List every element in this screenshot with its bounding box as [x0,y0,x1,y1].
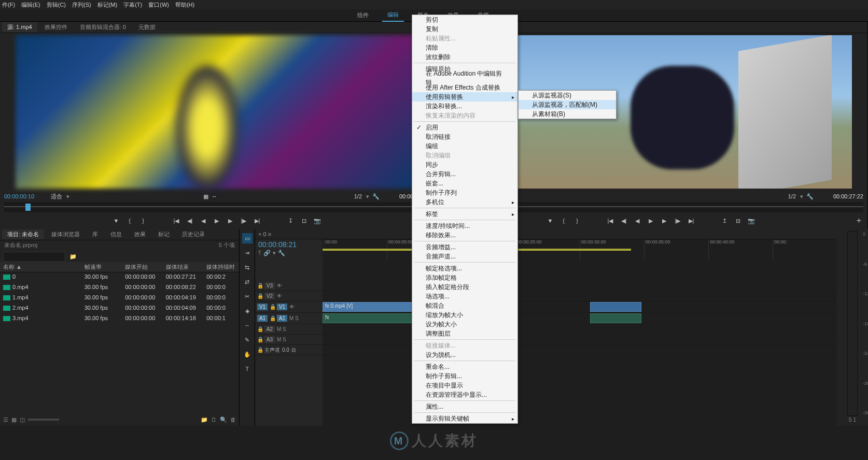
export-frame-icon[interactable]: 📷 [747,216,756,225]
context-menu-item[interactable]: 嵌套... [412,179,517,188]
context-menu-item[interactable]: 显示剪辑关键帧 [412,414,517,423]
context-menu-item[interactable]: 编组 [412,141,517,151]
mute-solo[interactable]: M S [277,326,286,332]
context-menu-item[interactable]: 音频增益... [412,242,517,252]
context-menu-item[interactable]: 重命名... [412,362,517,371]
context-menu-item[interactable]: 添加帧定格 [412,273,517,282]
out-point-icon[interactable]: } [572,216,582,225]
context-menu-item[interactable]: 调整图层 [412,329,517,338]
submenu-item[interactable]: 从源监视器(S) [519,91,616,100]
lock-icon[interactable]: 🔒 [257,283,262,289]
history-tab[interactable]: 历史记录 [177,229,210,239]
menu-help[interactable]: 帮助(H) [175,1,194,9]
context-menu-item[interactable]: 制作子序列 [412,188,517,197]
source-fit-dropdown[interactable]: 适合 [51,193,62,200]
goto-in-icon[interactable]: |◀ [606,216,615,225]
source-video-preview[interactable] [16,35,418,189]
lock-icon[interactable]: 🔒 [257,337,262,342]
new-item-icon[interactable]: 🗋 [211,416,217,423]
menu-clip[interactable]: 剪辑(C) [47,1,66,9]
export-frame-icon[interactable]: 📷 [313,216,322,225]
mute-solo[interactable]: M S [277,337,286,342]
pen-tool-icon[interactable]: ✎ [242,335,253,345]
main-val[interactable]: 0.0 [282,347,289,353]
step-back-frame-icon[interactable]: ◀ [199,216,208,225]
icon-view-icon[interactable]: ▦ [11,416,17,423]
source-tab-audio-mixer[interactable]: 音频剪辑混合器: 0 [75,22,131,32]
table-row[interactable]: 3.mp430.00 fps00:00:00:0000:00:14:1800:0… [0,314,239,324]
context-menu-item[interactable]: 移除效果... [412,231,517,240]
program-gear-icon[interactable]: 🔧 [806,193,814,200]
eye-icon[interactable]: 👁 [277,283,282,289]
collapse-icon[interactable]: ⊟ [291,347,296,353]
context-menu-item[interactable]: 设为脱机... [412,350,517,360]
context-menu-item[interactable]: 使用剪辑替换 [412,92,517,102]
marker-icon[interactable]: ▼ [111,216,121,225]
linked-selection-icon[interactable]: 🔗 [263,250,271,256]
table-row[interactable]: 0.mp430.00 fps00:00:00:0000:00:08:2200:0… [0,283,239,293]
context-menu-item[interactable]: 制作子剪辑... [412,371,517,381]
marker-icon[interactable]: ▼ [545,216,555,225]
context-menu-item[interactable]: 多机位 [412,197,517,207]
timeline-clip-v1[interactable]: fx 0.mp4 [V] [323,302,415,312]
source-tab-metadata[interactable]: 元数据 [133,22,161,32]
context-menu-item[interactable]: 渲染和替换... [412,102,517,111]
menu-sequence[interactable]: 序列(S) [72,1,91,9]
folder-icon[interactable]: 📁 [69,253,77,260]
timeline-clip-v1-2[interactable] [590,302,641,312]
info-tab[interactable]: 信息 [105,229,127,239]
marker-add-icon[interactable]: ▾ [273,250,276,256]
timeline-timecode[interactable]: 00:00:08:21 [255,239,322,250]
markers-tab[interactable]: 标记 [153,229,175,239]
context-menu-item[interactable]: 场选项... [412,292,517,301]
step-back-icon[interactable]: ◀| [619,216,628,225]
goto-out-icon[interactable]: ▶| [253,216,262,225]
ripple-edit-tool-icon[interactable]: ⇆ [242,262,253,272]
timeline-ruler[interactable]: :00:0000:00:05:0000:00:25:0000:00:30:000… [323,239,837,260]
in-point-icon[interactable]: { [559,216,568,225]
program-zoom-dropdown[interactable]: 1/2 [788,193,796,199]
track-content[interactable]: fx 0.mp4 [V] fx [323,260,837,426]
source-tab-clip[interactable]: 源: 1.mp4 [2,22,37,32]
eye-icon[interactable]: 👁 [289,304,295,310]
context-menu-item[interactable]: 插入帧定格分段 [412,282,517,292]
track-a1[interactable]: A1 [277,315,287,322]
source-tab-effect-controls[interactable]: 效果控件 [39,22,73,32]
col-media-end[interactable]: 媒体结束 [163,262,204,272]
slip-tool-icon[interactable]: ↔ [242,320,253,330]
timeline-clip-a1[interactable]: fx [323,313,415,323]
context-menu-item[interactable]: 复制 [412,24,517,34]
step-fwd-icon[interactable]: |▶ [673,216,682,225]
submenu-item[interactable]: 从素材箱(B) [519,109,616,119]
menu-title[interactable]: 字幕(T) [123,1,142,9]
insert-icon[interactable]: ↧ [286,216,295,225]
table-row[interactable]: 2.mp430.00 fps00:00:00:0000:00:04:0900:0… [0,304,239,314]
hand-tool-icon[interactable]: ✋ [242,349,253,360]
sequence-tab[interactable]: × 0 ≡ [258,231,271,237]
track-v1[interactable]: V1 [277,304,287,310]
search-icon[interactable]: 🔍 [220,416,227,423]
col-media-duration[interactable]: 媒体持续时 [203,262,239,272]
context-menu-item[interactable]: 剪切 [412,15,517,24]
source-wrench-icon[interactable]: ↔ [212,193,217,199]
track-v1-src[interactable]: V1 [257,304,268,310]
context-menu-item[interactable]: 在 Adobe Audition 中编辑剪辑 [412,74,517,83]
context-menu-item[interactable]: 缩放为帧大小 [412,310,517,320]
menu-marker[interactable]: 标记(M) [97,1,118,9]
menu-edit[interactable]: 编辑(E) [21,1,40,9]
rate-stretch-tool-icon[interactable]: ✂ [242,291,253,301]
step-back-frame-icon[interactable]: ◀ [633,216,642,225]
track-v2[interactable]: V2 [264,293,275,299]
out-point-icon[interactable]: } [138,216,148,225]
lift-icon[interactable]: ↥ [720,216,729,225]
razor-tool-icon[interactable]: ◈ [242,306,253,316]
context-menu-item[interactable]: 帧定格选项... [412,264,517,273]
freeform-view-icon[interactable]: ◫ [20,416,25,423]
context-menu-item[interactable]: 同步 [412,160,517,169]
col-media-start[interactable]: 媒体开始 [122,262,163,272]
menu-file[interactable]: 件(F) [2,1,15,9]
context-menu-item[interactable]: 合并剪辑... [412,169,517,179]
type-tool-icon[interactable]: T [242,364,253,374]
context-menu-item[interactable]: 启用 [412,123,517,132]
context-menu-item[interactable]: 使用 After Effects 合成替换 [412,83,517,92]
